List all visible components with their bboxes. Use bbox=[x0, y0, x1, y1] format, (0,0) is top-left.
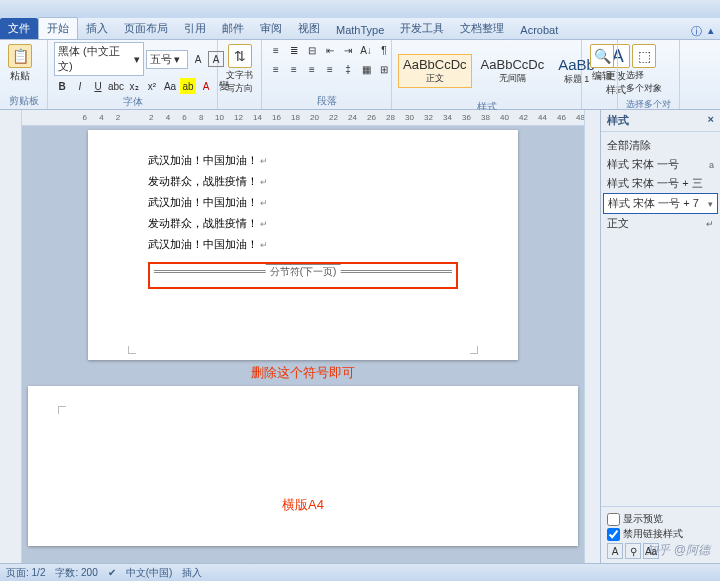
indent-inc-button[interactable]: ⇥ bbox=[340, 42, 356, 58]
style-row[interactable]: 样式 宋体 一号 + 三 bbox=[603, 174, 718, 193]
tab-home[interactable]: 开始 bbox=[38, 17, 78, 39]
crop-mark bbox=[128, 346, 136, 354]
text-direction-button[interactable]: ⇅ 文字书 写方向 bbox=[224, 42, 255, 97]
textdir-label: 文字书 写方向 bbox=[226, 69, 253, 95]
help-area: ⓘ ▴ bbox=[691, 24, 720, 39]
crop-mark bbox=[58, 406, 66, 414]
align-right-button[interactable]: ≡ bbox=[304, 61, 320, 77]
style-row[interactable]: 样式 宋体 一号a bbox=[603, 155, 718, 174]
grow-font-icon[interactable]: A bbox=[190, 51, 206, 67]
status-language[interactable]: 中文(中国) bbox=[126, 566, 173, 580]
help-icon[interactable]: ⓘ bbox=[691, 24, 702, 39]
workspace: 6422468101214161820222426283032343638404… bbox=[0, 110, 720, 563]
bold-button[interactable]: B bbox=[54, 78, 70, 94]
page-1[interactable]: 武汉加油！中国加油！ 发动群众，战胜疫情！ 武汉加油！中国加油！ 发动群众，战胜… bbox=[88, 130, 518, 360]
status-insertmode[interactable]: 插入 bbox=[182, 566, 202, 580]
ribbon-tabs: 文件 开始 插入 页面布局 引用 邮件 审阅 视图 MathType 开发工具 … bbox=[0, 18, 720, 40]
tab-developer[interactable]: 开发工具 bbox=[392, 18, 452, 39]
minimize-ribbon-icon[interactable]: ▴ bbox=[708, 24, 714, 39]
doc-line[interactable]: 武汉加油！中国加油！ bbox=[148, 150, 458, 171]
doc-line[interactable]: 武汉加油！中国加油！ bbox=[148, 192, 458, 213]
multilevel-button[interactable]: ⊟ bbox=[304, 42, 320, 58]
subscript-button[interactable]: x₂ bbox=[126, 78, 142, 94]
section-break-highlight: 分节符(下一页) bbox=[148, 262, 458, 289]
font-family-combo[interactable]: 黑体 (中文正文)▾ bbox=[54, 42, 144, 76]
status-spellcheck-icon[interactable]: ✔ bbox=[108, 567, 116, 578]
doc-line[interactable]: 武汉加油！中国加油！ bbox=[148, 234, 458, 255]
group-styles: AaBbCcDc正文 AaBbCcDc无间隔 AaBb标题 1 A 更改样式 样… bbox=[392, 40, 582, 109]
italic-button[interactable]: I bbox=[72, 78, 88, 94]
text-direction-icon: ⇅ bbox=[228, 44, 252, 68]
select-objects-button[interactable]: ⬚选择 多个对象 bbox=[624, 42, 664, 97]
paste-button[interactable]: 📋 粘贴 bbox=[6, 42, 34, 85]
tab-acrobat[interactable]: Acrobat bbox=[512, 21, 566, 39]
highlight-button[interactable]: ab bbox=[180, 78, 196, 94]
tab-mathtype[interactable]: MathType bbox=[328, 21, 392, 39]
underline-button[interactable]: U bbox=[90, 78, 106, 94]
statusbar: 页面: 1/2 字数: 200 ✔ 中文(中国) 插入 bbox=[0, 563, 720, 581]
numbering-button[interactable]: ≣ bbox=[286, 42, 302, 58]
group-paragraph: ≡ ≣ ⊟ ⇤ ⇥ A↓ ¶ ≡ ≡ ≡ ≡ ‡ ▦ ⊞ 段落 bbox=[262, 40, 392, 109]
new-style-icon[interactable]: A bbox=[607, 543, 623, 559]
show-preview-checkbox[interactable]: 显示预览 bbox=[607, 512, 714, 526]
crop-mark bbox=[470, 346, 478, 354]
annotation-delete: 删除这个符号即可 bbox=[22, 364, 584, 382]
tab-mailings[interactable]: 邮件 bbox=[214, 18, 252, 39]
paste-icon: 📋 bbox=[8, 44, 32, 68]
align-left-button[interactable]: ≡ bbox=[268, 61, 284, 77]
close-icon[interactable]: × bbox=[708, 113, 714, 128]
superscript-button[interactable]: x² bbox=[144, 78, 160, 94]
style-inspector-icon[interactable]: ⚲ bbox=[625, 543, 641, 559]
tab-references[interactable]: 引用 bbox=[176, 18, 214, 39]
document-area[interactable]: 6422468101214161820222426283032343638404… bbox=[22, 110, 584, 563]
doc-line[interactable]: 发动群众，战胜疫情！ bbox=[148, 213, 458, 234]
strike-button[interactable]: abc bbox=[108, 78, 124, 94]
horizontal-ruler: 6422468101214161820222426283032343638404… bbox=[22, 110, 584, 126]
borders-button[interactable]: ⊞ bbox=[376, 61, 392, 77]
style-row[interactable]: 正文↵ bbox=[603, 214, 718, 233]
tab-pagelayout[interactable]: 页面布局 bbox=[116, 18, 176, 39]
style-normal[interactable]: AaBbCcDc正文 bbox=[398, 54, 472, 88]
font-size-combo[interactable]: 五号▾ bbox=[146, 50, 188, 69]
group-select: ⬚选择 多个对象 选择多个对象 bbox=[618, 40, 680, 109]
paste-label: 粘贴 bbox=[10, 69, 30, 83]
vertical-scrollbar[interactable] bbox=[584, 110, 600, 563]
find-icon: 🔍 bbox=[590, 44, 614, 68]
group-editing: 🔍编辑 bbox=[582, 40, 618, 109]
section-break-text[interactable]: 分节符(下一页) bbox=[266, 264, 341, 279]
bullets-button[interactable]: ≡ bbox=[268, 42, 284, 58]
tab-file[interactable]: 文件 bbox=[0, 18, 38, 39]
group-font: 黑体 (中文正文)▾ 五号▾ A A B I U abc x₂ x² Aa ab… bbox=[48, 40, 218, 109]
styles-pane-title: 样式 bbox=[607, 113, 629, 128]
tab-view[interactable]: 视图 bbox=[290, 18, 328, 39]
style-row-selected[interactable]: 样式 宋体 一号 + 7▾ bbox=[603, 193, 718, 214]
find-button[interactable]: 🔍编辑 bbox=[588, 42, 616, 85]
indent-dec-button[interactable]: ⇤ bbox=[322, 42, 338, 58]
textdir-group-label bbox=[224, 107, 255, 108]
show-marks-button[interactable]: ¶ bbox=[376, 42, 392, 58]
group-textdir: ⇅ 文字书 写方向 bbox=[218, 40, 262, 109]
paragraph-label: 段落 bbox=[268, 93, 385, 108]
tab-review[interactable]: 审阅 bbox=[252, 18, 290, 39]
styles-pane: 样式 × 全部清除 样式 宋体 一号a 样式 宋体 一号 + 三 样式 宋体 一… bbox=[600, 110, 720, 563]
style-nospacing[interactable]: AaBbCcDc无间隔 bbox=[476, 54, 550, 88]
disable-linked-checkbox[interactable]: 禁用链接样式 bbox=[607, 527, 714, 541]
text-effect-button[interactable]: Aa bbox=[162, 78, 178, 94]
sort-button[interactable]: A↓ bbox=[358, 42, 374, 58]
page-2[interactable]: 横版A4 bbox=[28, 386, 578, 546]
align-center-button[interactable]: ≡ bbox=[286, 61, 302, 77]
tab-docsort[interactable]: 文档整理 bbox=[452, 18, 512, 39]
shading-button[interactable]: ▦ bbox=[358, 61, 374, 77]
line-spacing-button[interactable]: ‡ bbox=[340, 61, 356, 77]
doc-line[interactable]: 发动群众，战胜疫情！ bbox=[148, 171, 458, 192]
clipboard-label: 剪贴板 bbox=[6, 93, 41, 108]
status-words[interactable]: 字数: 200 bbox=[55, 566, 97, 580]
select-label: 选择 多个对象 bbox=[626, 69, 662, 95]
style-clear-all[interactable]: 全部清除 bbox=[603, 136, 718, 155]
edit-label: 编辑 bbox=[592, 69, 612, 83]
window-titlebar bbox=[0, 0, 720, 18]
font-color-button[interactable]: A bbox=[198, 78, 214, 94]
align-justify-button[interactable]: ≡ bbox=[322, 61, 338, 77]
tab-insert[interactable]: 插入 bbox=[78, 18, 116, 39]
status-page[interactable]: 页面: 1/2 bbox=[6, 566, 45, 580]
